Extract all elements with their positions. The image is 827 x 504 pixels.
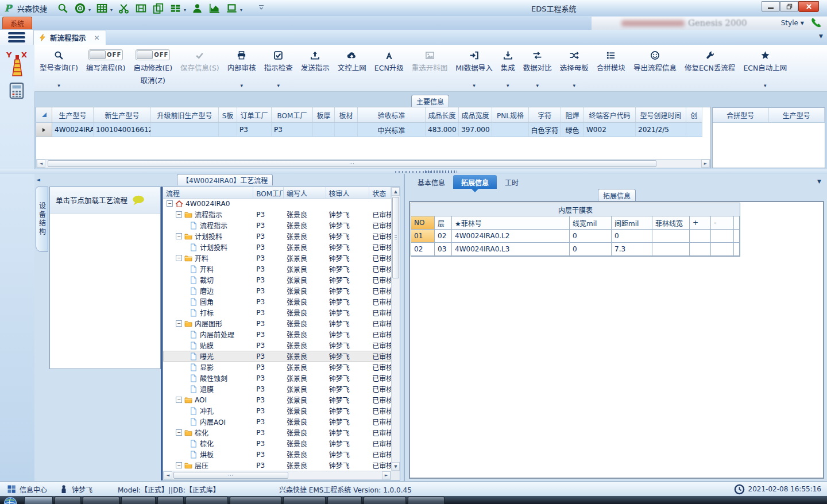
tree-row[interactable]: −4W0024IRA0 xyxy=(163,198,391,209)
tree-node[interactable]: 开料 xyxy=(163,264,253,274)
lifesaver-button[interactable] xyxy=(72,2,87,14)
film-table-cell[interactable]: 01 xyxy=(411,230,435,243)
taskbar-window-button[interactable] xyxy=(283,497,326,504)
film-table-cell[interactable] xyxy=(652,230,690,243)
ribbon-button[interactable]: OFF编写流程(R) xyxy=(82,45,129,91)
dropdown-arrow-icon[interactable]: ▾ xyxy=(277,83,280,88)
dropdown-arrow-icon[interactable]: ▾ xyxy=(573,83,576,88)
tree-node[interactable]: −计划投料 xyxy=(163,231,253,241)
column-header[interactable]: 阻焊 xyxy=(561,107,584,123)
ribbon-button[interactable]: 内部审核▾ xyxy=(223,45,260,91)
tree-column-header[interactable]: 状态 xyxy=(369,187,391,198)
expand-box-icon[interactable]: − xyxy=(176,462,182,468)
film-table-cell[interactable]: 0 xyxy=(612,230,652,243)
vertical-splitter-grip[interactable] xyxy=(425,170,457,173)
table-cell[interactable]: 中兴标准 xyxy=(358,123,426,137)
tree-row[interactable]: 打标P3张景良钟梦飞已审核 xyxy=(163,307,391,318)
toolbar-overflow-icon[interactable] xyxy=(258,4,264,13)
tree-row[interactable]: 内层前处理P3张景良钟梦飞已审核 xyxy=(163,329,391,340)
tree-row[interactable]: 烘板P3张景良钟梦飞已审核 xyxy=(163,449,391,460)
scroll-thumb[interactable] xyxy=(173,472,288,479)
dropdown-arrow-icon[interactable]: ▾ xyxy=(241,83,244,88)
column-header[interactable]: 字符 xyxy=(529,107,561,123)
table-cell[interactable] xyxy=(219,123,237,137)
column-header[interactable]: 验收标准 xyxy=(358,107,426,123)
film-table-cell[interactable]: 4W0024IRA0.L3 xyxy=(452,243,570,256)
tree-node[interactable]: −4W0024IRA0 xyxy=(163,200,253,208)
taskbar-window-button[interactable] xyxy=(55,497,81,504)
ribbon-button[interactable]: 合拼模块 xyxy=(593,45,629,91)
restore-button[interactable] xyxy=(780,1,798,12)
tree-row[interactable]: 酸性蚀刻P3张景良钟梦飞已审核 xyxy=(163,373,391,383)
scroll-up-icon[interactable]: ▲ xyxy=(392,187,400,196)
chevron-down-icon[interactable]: ▾ xyxy=(88,7,91,13)
column-header[interactable]: 终端客户代码 xyxy=(584,107,636,123)
scroll-right-icon[interactable]: ► xyxy=(701,160,710,168)
tree-row[interactable]: 磨边P3张景良钟梦飞已审核 xyxy=(163,285,391,296)
scroll-right-icon[interactable]: ► xyxy=(382,471,391,479)
column-header[interactable]: 合拼型号 xyxy=(713,108,769,123)
film-table-cell[interactable] xyxy=(734,230,740,243)
info-center-button[interactable]: 信息中心 xyxy=(7,482,47,497)
column-header[interactable]: 板厚 xyxy=(313,107,335,123)
tree-column-header[interactable]: 编写人 xyxy=(284,187,326,198)
system-menu-tab[interactable]: 系统 xyxy=(2,17,32,29)
expand-box-icon[interactable]: − xyxy=(176,397,182,403)
column-header[interactable]: S板 xyxy=(219,107,237,123)
scroll-track[interactable] xyxy=(45,160,701,168)
table-row[interactable]: 4W0024IRA010010400166120P3P3中兴标准483.0003… xyxy=(36,123,710,137)
tree-node[interactable]: 计划投料 xyxy=(163,242,253,252)
tree-node[interactable]: 打标 xyxy=(163,308,253,317)
tree-row[interactable]: −开料P3张景良钟梦飞已审核 xyxy=(163,253,391,263)
expand-box-icon[interactable]: − xyxy=(167,200,173,207)
tree-column-header[interactable]: 核审人 xyxy=(326,187,370,198)
dropdown-arrow-icon[interactable]: ▾ xyxy=(507,83,509,88)
expand-box-icon[interactable]: − xyxy=(176,211,182,218)
detail-tab[interactable]: 工时 xyxy=(497,175,527,189)
row-selector-header[interactable] xyxy=(36,107,52,123)
scroll-down-icon[interactable]: ▼ xyxy=(392,462,400,471)
tree-row[interactable]: 冲孔P3张景良钟梦飞已审核 xyxy=(163,405,391,416)
expand-box-icon[interactable]: − xyxy=(176,429,182,436)
tree-node[interactable]: −流程指示 xyxy=(163,210,253,219)
laptop-button[interactable] xyxy=(224,2,239,14)
tree-row[interactable]: 裁切P3张景良钟梦飞已审核 xyxy=(163,274,391,285)
tab-device-structure[interactable]: 设备结构 xyxy=(36,187,48,252)
collapse-left-icon[interactable]: ◄ xyxy=(36,177,40,183)
tree-node[interactable]: 冲孔 xyxy=(163,406,253,416)
table-cell[interactable]: 4W0024IRA0 xyxy=(52,123,94,137)
tree-node[interactable]: 烘板 xyxy=(163,449,253,459)
yx-tower-logo[interactable]: YX xyxy=(5,51,29,77)
detail-tabs-dropdown-icon[interactable]: ▼ xyxy=(817,179,821,184)
column-header[interactable]: BOM工厂 xyxy=(272,107,313,123)
tree-node[interactable]: −开料 xyxy=(163,253,253,263)
film-table-cell[interactable]: 02 xyxy=(411,243,435,256)
table-cell[interactable]: P3 xyxy=(237,123,272,137)
column-header[interactable]: 创 xyxy=(686,107,702,123)
chevron-down-icon[interactable]: ▾ xyxy=(184,7,186,13)
taskbar-window-button[interactable] xyxy=(230,497,281,504)
dropdown-arrow-icon[interactable]: ▾ xyxy=(473,83,476,88)
film-table-cell[interactable]: 0 xyxy=(570,243,612,256)
table-cell[interactable]: 2021/2/5 xyxy=(636,123,686,137)
tree-row[interactable]: 曝光P3张景良钟梦飞已审核 xyxy=(163,351,391,362)
ribbon-button[interactable]: 重选开料图 xyxy=(408,45,452,91)
film-table-cell[interactable] xyxy=(652,243,690,256)
column-header[interactable]: 板材 xyxy=(335,107,358,123)
detail-tab[interactable]: 基本信息 xyxy=(409,175,453,189)
calculator-icon[interactable] xyxy=(8,82,25,100)
tree-row[interactable]: 流程指示P3张景良钟梦飞已审核 xyxy=(163,220,391,231)
ribbon-button[interactable]: OFF启动修改(E)取消(Z) xyxy=(129,45,176,91)
tree-node[interactable]: 裁切 xyxy=(163,275,253,285)
tree-node[interactable]: 内层AOI xyxy=(163,417,253,427)
ribbon-button[interactable]: 型号查询(F)▾ xyxy=(36,45,82,91)
ribbon-button[interactable]: 文控上网 xyxy=(334,45,370,91)
chevron-down-icon[interactable]: ▾ xyxy=(110,7,113,13)
scroll-thumb[interactable] xyxy=(48,160,656,167)
table-cell[interactable]: 397.000 xyxy=(459,123,492,137)
column-header[interactable]: 成品长度 xyxy=(426,107,459,123)
tree-row[interactable]: −AOIP3张景良钟梦飞已审核 xyxy=(163,394,391,405)
taskbar-window-button[interactable] xyxy=(408,497,445,504)
tree-node[interactable]: 显影 xyxy=(163,362,253,372)
rows-button[interactable] xyxy=(168,2,183,14)
